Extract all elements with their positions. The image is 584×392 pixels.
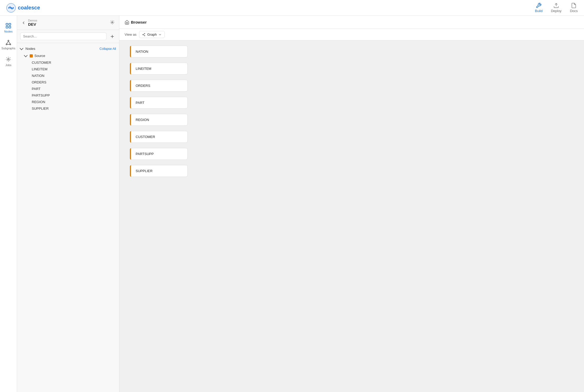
add-button[interactable] — [109, 33, 116, 40]
svg-rect-8 — [9, 26, 11, 28]
node-label-partsupp: PARTSUPP — [136, 152, 154, 156]
node-card-partsupp[interactable]: PARTSUPP — [130, 148, 188, 160]
main-layout: Nodes Subgraphs Jobs — [0, 16, 584, 392]
svg-line-12 — [7, 41, 8, 44]
sidebar-subgraphs-label: Subgraphs — [1, 47, 15, 50]
project-subtitle: Demos — [28, 19, 108, 22]
tree-item-part[interactable]: PART — [17, 86, 119, 92]
node-label-supplier: SUPPLIER — [136, 169, 152, 173]
sidebar-item-subgraphs[interactable]: Subgraphs — [1, 37, 16, 52]
nodes-section-label: Nodes — [25, 47, 98, 51]
tree-body: Nodes Collapse All Source CUSTOMER LINEI… — [17, 43, 119, 392]
view-as-label: View as — [125, 33, 136, 36]
search-input[interactable] — [20, 33, 107, 40]
content-header: Browser — [119, 16, 584, 29]
svg-point-9 — [8, 40, 9, 41]
svg-point-20 — [145, 33, 145, 34]
tree-item-partsupp[interactable]: PARTSUPP — [17, 92, 119, 99]
node-card-orders[interactable]: ORDERS — [130, 80, 188, 92]
node-label-lineitem: LINEITEM — [136, 67, 151, 71]
sidebar-jobs-label: Jobs — [5, 63, 11, 67]
toolbar: View as Graph — [119, 29, 584, 40]
tree-item-region[interactable]: REGION — [17, 99, 119, 105]
nodes-section-header[interactable]: Nodes Collapse All — [17, 45, 119, 52]
sidebar-nodes-label: Nodes — [4, 30, 13, 33]
logo-icon — [6, 3, 16, 13]
nav-actions: Build Deploy Docs — [535, 3, 578, 13]
node-label-nation: NATION — [136, 50, 148, 54]
tree-item-supplier[interactable]: SUPPLIER — [17, 105, 119, 112]
node-label-part: PART — [136, 101, 144, 105]
node-card-region[interactable]: REGION — [130, 114, 188, 126]
view-mode-label: Graph — [147, 33, 157, 36]
tree-panel: Demos DEV — [17, 16, 119, 392]
graph-canvas: NATION LINEITEM ORDERS PART REGION CUSTO… — [119, 40, 584, 392]
source-group-dot — [30, 54, 33, 57]
logo-area: coalesce — [6, 3, 535, 13]
node-label-region: REGION — [136, 118, 149, 122]
svg-rect-6 — [9, 23, 11, 25]
svg-point-1 — [10, 7, 12, 9]
node-card-nation[interactable]: NATION — [130, 46, 188, 57]
browser-tab[interactable]: Browser — [125, 20, 147, 25]
tree-header: Demos DEV — [17, 16, 119, 30]
nav-deploy-label: Deploy — [551, 9, 561, 13]
content-area: Browser View as Graph — [119, 16, 584, 392]
sidebar-item-nodes[interactable]: Nodes — [1, 20, 16, 36]
logo-text: coalesce — [18, 5, 40, 11]
svg-point-19 — [143, 34, 143, 35]
svg-point-3 — [13, 7, 14, 8]
node-label-orders: ORDERS — [136, 84, 150, 88]
nav-docs[interactable]: Docs — [570, 3, 578, 13]
svg-line-13 — [8, 41, 10, 44]
view-mode-dropdown[interactable]: Graph — [139, 31, 165, 38]
project-title-area: Demos DEV — [28, 19, 108, 27]
nav-deploy[interactable]: Deploy — [551, 3, 561, 13]
sidebar-item-jobs[interactable]: Jobs — [1, 54, 16, 69]
back-button[interactable] — [21, 20, 26, 25]
source-chevron-icon — [24, 54, 28, 57]
settings-button[interactable] — [110, 20, 115, 26]
svg-point-2 — [8, 7, 10, 8]
tree-item-orders[interactable]: ORDERS — [17, 79, 119, 86]
source-group-header[interactable]: Source — [17, 52, 119, 59]
browser-tab-label: Browser — [131, 20, 147, 24]
collapse-all-button[interactable]: Collapse All — [99, 47, 116, 51]
svg-rect-7 — [6, 26, 8, 28]
tree-item-nation[interactable]: NATION — [17, 72, 119, 79]
source-group-label: Source — [34, 54, 45, 58]
node-card-lineitem[interactable]: LINEITEM — [130, 63, 188, 75]
svg-point-15 — [8, 59, 9, 60]
node-card-part[interactable]: PART — [130, 97, 188, 109]
project-title: DEV — [28, 22, 108, 27]
svg-rect-5 — [6, 23, 8, 25]
tree-item-lineitem[interactable]: LINEITEM — [17, 66, 119, 72]
node-card-customer[interactable]: CUSTOMER — [130, 131, 188, 143]
svg-line-23 — [143, 35, 145, 36]
svg-point-21 — [145, 35, 145, 36]
tree-item-customer[interactable]: CUSTOMER — [17, 59, 119, 66]
node-label-customer: CUSTOMER — [136, 135, 155, 139]
nav-build-label: Build — [535, 9, 543, 13]
icon-sidebar: Nodes Subgraphs Jobs — [0, 16, 17, 392]
nodes-chevron-icon — [20, 46, 23, 50]
node-card-supplier[interactable]: SUPPLIER — [130, 165, 188, 177]
svg-line-22 — [143, 34, 145, 35]
nav-build[interactable]: Build — [535, 3, 543, 13]
svg-point-16 — [112, 22, 113, 23]
search-bar — [17, 30, 119, 43]
nav-docs-label: Docs — [570, 9, 578, 13]
top-nav: coalesce Build Deploy Docs — [0, 0, 584, 16]
